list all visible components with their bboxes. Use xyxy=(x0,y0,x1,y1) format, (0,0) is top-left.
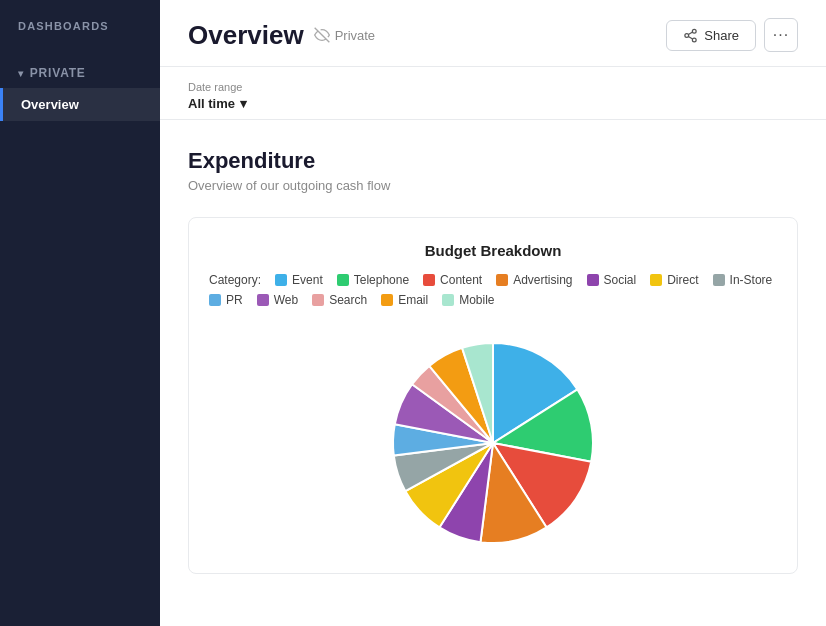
svg-line-4 xyxy=(689,36,693,38)
legend-item: Telephone xyxy=(337,273,409,287)
legend-item: In-Store xyxy=(713,273,773,287)
legend-color-swatch xyxy=(496,274,508,286)
sidebar: DASHBOARDS ▾ PRIVATE Overview xyxy=(0,0,160,626)
legend-label: Direct xyxy=(667,273,698,287)
legend-label: Advertising xyxy=(513,273,572,287)
legend-label: Mobile xyxy=(459,293,494,307)
legend-label: In-Store xyxy=(730,273,773,287)
svg-line-5 xyxy=(689,32,693,34)
content-area: Expenditure Overview of our outgoing cas… xyxy=(160,120,826,626)
legend-color-swatch xyxy=(209,294,221,306)
legend-label: PR xyxy=(226,293,243,307)
svg-point-2 xyxy=(685,33,689,37)
chart-container: Budget Breakdown Category: EventTelephon… xyxy=(188,217,798,574)
legend-label: Telephone xyxy=(354,273,409,287)
page-title: Overview xyxy=(188,20,304,51)
legend-label: Event xyxy=(292,273,323,287)
date-range-bar: Date range All time ▾ xyxy=(160,67,826,120)
legend-color-swatch xyxy=(587,274,599,286)
chevron-down-icon: ▾ xyxy=(240,96,247,111)
sidebar-title: DASHBOARDS xyxy=(0,20,160,48)
sidebar-section-header-private[interactable]: ▾ PRIVATE xyxy=(0,58,160,88)
legend-item: Content xyxy=(423,273,482,287)
sidebar-section-private: ▾ PRIVATE Overview xyxy=(0,48,160,131)
page-header: Overview Private Share ··· xyxy=(160,0,826,67)
legend-color-swatch xyxy=(312,294,324,306)
date-range-label: Date range xyxy=(188,81,798,93)
legend-item: Event xyxy=(275,273,323,287)
chevron-down-icon: ▾ xyxy=(18,68,24,79)
chart-title: Budget Breakdown xyxy=(209,242,777,259)
more-options-button[interactable]: ··· xyxy=(764,18,798,52)
share-icon xyxy=(683,28,698,43)
legend-label: Content xyxy=(440,273,482,287)
pie-chart-svg xyxy=(383,333,603,553)
legend-label: Web xyxy=(274,293,298,307)
eye-off-icon xyxy=(314,27,330,43)
legend-color-swatch xyxy=(337,274,349,286)
legend-color-swatch xyxy=(257,294,269,306)
visibility-badge: Private xyxy=(314,27,375,43)
main-content: Overview Private Share ··· xyxy=(160,0,826,626)
legend-label: Social xyxy=(604,273,637,287)
section-subtitle: Overview of our outgoing cash flow xyxy=(188,178,798,193)
chart-area xyxy=(209,323,777,553)
legend-item: Advertising xyxy=(496,273,572,287)
legend-item: Direct xyxy=(650,273,698,287)
section-title: Expenditure xyxy=(188,148,798,174)
legend-color-swatch xyxy=(423,274,435,286)
legend-label: Email xyxy=(398,293,428,307)
sidebar-item-overview[interactable]: Overview xyxy=(0,88,160,121)
legend-color-swatch xyxy=(650,274,662,286)
legend-item: Social xyxy=(587,273,637,287)
chart-legend: Category: EventTelephoneContentAdvertisi… xyxy=(209,273,777,307)
header-right: Share ··· xyxy=(666,18,798,52)
svg-point-3 xyxy=(693,38,697,42)
legend-category-prefix: Category: xyxy=(209,273,261,287)
legend-label: Search xyxy=(329,293,367,307)
legend-item: Mobile xyxy=(442,293,494,307)
legend-item: Web xyxy=(257,293,298,307)
date-range-selector[interactable]: All time ▾ xyxy=(188,96,798,111)
legend-color-swatch xyxy=(381,294,393,306)
sidebar-section-label: PRIVATE xyxy=(30,66,86,80)
legend-color-swatch xyxy=(442,294,454,306)
header-left: Overview Private xyxy=(188,20,375,51)
share-button[interactable]: Share xyxy=(666,20,756,51)
legend-color-swatch xyxy=(275,274,287,286)
legend-item: Search xyxy=(312,293,367,307)
svg-point-1 xyxy=(693,29,697,33)
legend-item: PR xyxy=(209,293,243,307)
legend-item: Email xyxy=(381,293,428,307)
legend-color-swatch xyxy=(713,274,725,286)
